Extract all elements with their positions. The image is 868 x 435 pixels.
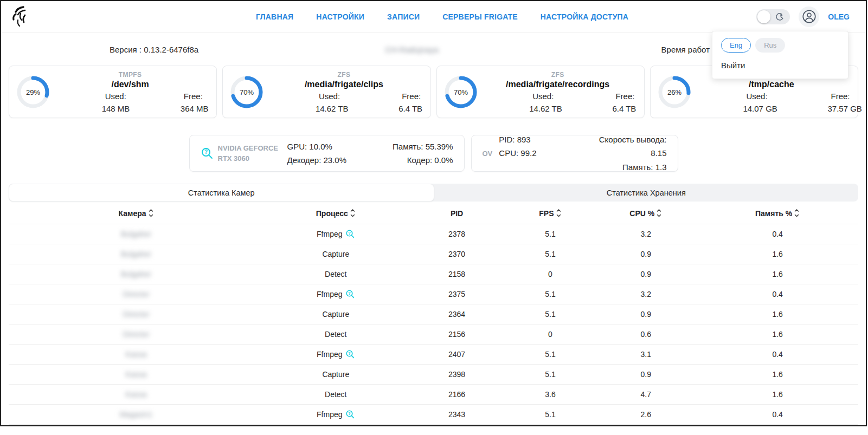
svg-text:?: ? bbox=[348, 231, 351, 236]
fps-value: 5.1 bbox=[506, 224, 595, 244]
ffmpeg-help-search-icon[interactable]: ? bbox=[345, 410, 355, 419]
free-label: Free: bbox=[184, 92, 209, 101]
user-avatar-button[interactable] bbox=[799, 7, 819, 27]
lang-rus-button[interactable]: Rus bbox=[755, 38, 785, 53]
free-value: 6.4 TB bbox=[612, 104, 636, 113]
ov-label: OV bbox=[483, 150, 493, 158]
logout-menu-item[interactable]: Выйти bbox=[721, 61, 839, 70]
process-name: Ffmpeg bbox=[317, 290, 342, 298]
username-label[interactable]: OLEG bbox=[828, 12, 850, 21]
process-name: Ffmpeg bbox=[317, 410, 342, 419]
camera-name: Kassa bbox=[126, 350, 147, 359]
lang-eng-button[interactable]: Eng bbox=[721, 38, 751, 53]
ffmpeg-help-search-icon[interactable]: ? bbox=[345, 349, 355, 359]
gpu-encoder: Кодер: 0.0% bbox=[370, 153, 453, 167]
free-value: 364 MB bbox=[181, 104, 209, 113]
frigate-logo-icon[interactable] bbox=[9, 5, 33, 30]
table-row: DirectorCapture23645.10.91.6 bbox=[9, 304, 858, 324]
language-switcher: Eng Rus bbox=[721, 38, 839, 53]
table-row: DirectorDetect215600.61.6 bbox=[9, 324, 858, 344]
memory-value: 0.4 bbox=[697, 404, 858, 424]
nav-access-settings[interactable]: НАСТРОЙКА ДОСТУПА bbox=[541, 12, 628, 21]
nav-records[interactable]: ЗАПИСИ bbox=[387, 12, 420, 21]
fps-value: 0 bbox=[506, 324, 595, 344]
pid-value: 2375 bbox=[408, 284, 505, 304]
used-value: 148 MB bbox=[102, 104, 130, 113]
free-value: 6.4 TB bbox=[398, 104, 422, 113]
camera-name: Magazin1 bbox=[120, 410, 153, 419]
cpu-value: 4.7 bbox=[595, 384, 697, 404]
server-name-blurred: CH-Radujnaya bbox=[385, 45, 438, 54]
fps-value: 5.1 bbox=[506, 284, 595, 304]
dark-mode-toggle[interactable] bbox=[756, 9, 790, 24]
memory-value: 0.4 bbox=[697, 344, 858, 364]
tab-camera-stats[interactable]: Статистика Камер bbox=[9, 184, 434, 202]
nav-home[interactable]: ГЛАВНАЯ bbox=[256, 12, 293, 21]
top-navbar: ГЛАВНАЯ НАСТРОЙКИ ЗАПИСИ СЕРВЕРЫ FRIGATE… bbox=[1, 1, 866, 33]
sort-icon bbox=[350, 209, 356, 218]
ov-memory: Память: 1.3 bbox=[583, 160, 667, 174]
storage-card-dev-shm: 29% TMPFS /dev/shm Used: 148 MB Free: 36… bbox=[9, 66, 217, 118]
fs-path-label: /dev/shm bbox=[52, 80, 209, 89]
donut-percent-label: 70% bbox=[240, 88, 254, 96]
sort-icon bbox=[148, 209, 154, 218]
pid-value: 2398 bbox=[408, 364, 505, 384]
fps-value: 5.1 bbox=[506, 364, 595, 384]
col-header-process[interactable]: Процесс bbox=[263, 203, 408, 224]
sort-icon bbox=[656, 209, 662, 218]
cpu-value: 0.9 bbox=[595, 364, 697, 384]
nav-settings[interactable]: НАСТРОЙКИ bbox=[316, 12, 364, 21]
col-header-camera[interactable]: Камера bbox=[9, 203, 263, 224]
free-value: 37.57 GB bbox=[827, 104, 861, 113]
nav-frigate-servers[interactable]: СЕРВЕРЫ FRIGATE bbox=[442, 12, 518, 21]
col-header-cpu[interactable]: CPU % bbox=[595, 203, 697, 224]
donut-percent-label: 26% bbox=[667, 88, 681, 96]
ffmpeg-help-search-icon[interactable]: ? bbox=[345, 289, 355, 299]
pid-value: 2343 bbox=[408, 404, 505, 424]
storage-card-recordings: 70% ZFS /media/frigate/recordings Used: … bbox=[436, 66, 645, 118]
gpu-stats-card: ? NVIDIA GEFORCE RTX 3060 GPU: 10.0% Дек… bbox=[189, 135, 465, 172]
col-header-fps[interactable]: FPS bbox=[506, 203, 595, 224]
process-name: Ffmpeg bbox=[317, 230, 342, 238]
ov-right-stats: Скорость вывода: 8.15 Память: 1.3 bbox=[583, 133, 667, 174]
camera-stats-table: Камера Процесс PID FPS CPU % Память % Bu… bbox=[9, 203, 858, 425]
fs-path-label: /tmp/cache bbox=[693, 80, 850, 89]
fs-path-label: /media/frigate/recordings bbox=[479, 80, 636, 89]
pid-value: 2166 bbox=[408, 384, 505, 404]
camera-name: Director bbox=[123, 330, 150, 339]
gpu-left-stats: GPU: 10.0% Декодер: 23.0% bbox=[287, 140, 370, 167]
col-header-memory[interactable]: Память % bbox=[697, 203, 858, 224]
header-right-controls: OLEG bbox=[756, 7, 850, 27]
cpu-value: 3.1 bbox=[595, 344, 697, 364]
usage-donut: 29% bbox=[15, 75, 52, 109]
used-label: Used: bbox=[532, 92, 562, 101]
toggle-knob[interactable] bbox=[757, 10, 770, 23]
gpu-help-search-icon[interactable]: ? bbox=[201, 147, 214, 160]
usage-donut: 70% bbox=[442, 75, 479, 109]
memory-value: 1.6 bbox=[697, 244, 858, 264]
memory-value: 0.4 bbox=[697, 284, 858, 304]
used-label: Used: bbox=[105, 92, 130, 101]
cpu-value: 0.9 bbox=[595, 244, 697, 264]
cpu-value: 3.2 bbox=[595, 224, 697, 244]
donut-percent-label: 70% bbox=[453, 88, 467, 96]
process-name: Capture bbox=[322, 310, 349, 319]
col-header-pid: PID bbox=[408, 203, 505, 224]
ov-output-speed: Скорость вывода: 8.15 bbox=[583, 133, 667, 160]
camera-name: Bulgaher bbox=[121, 230, 151, 238]
camera-name: Director bbox=[123, 290, 150, 298]
ffmpeg-help-search-icon[interactable]: ? bbox=[345, 229, 355, 239]
process-name: Detect bbox=[325, 390, 346, 399]
gpu-decoder: Декодер: 23.0% bbox=[287, 153, 370, 167]
camera-name: Kassa bbox=[126, 390, 147, 399]
stats-tabs: Статистика Камер Статистика Хранения bbox=[9, 184, 858, 202]
uptime-label: Время работ bbox=[661, 45, 710, 54]
ov-pid: PID: 893 bbox=[499, 133, 583, 147]
camera-name: Kassa bbox=[126, 370, 147, 379]
ov-stats-card: OV PID: 893 CPU: 99.2 Скорость вывода: 8… bbox=[471, 135, 678, 172]
fps-value: 5.1 bbox=[506, 344, 595, 364]
tab-storage-stats[interactable]: Статистика Хранения bbox=[434, 184, 859, 202]
fps-value: 5.1 bbox=[506, 244, 595, 264]
free-label: Free: bbox=[402, 92, 422, 101]
fs-path-label: /media/frigate/clips bbox=[265, 80, 422, 89]
